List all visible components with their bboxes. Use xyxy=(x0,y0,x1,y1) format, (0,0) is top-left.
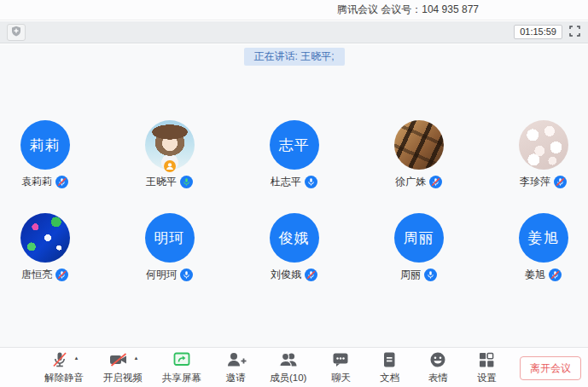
avatar-initials: 周丽 xyxy=(404,228,434,248)
participant-tile[interactable]: 俊娥 刘俊娥 xyxy=(255,213,334,282)
tool-label: 成员(10) xyxy=(270,372,306,384)
stage: 正在讲话: 王晓平; 莉莉 袁莉莉 xyxy=(0,44,588,347)
tool-label: 开启视频 xyxy=(103,372,143,384)
emoji-button[interactable]: 表情 xyxy=(423,352,452,384)
participant-name: 姜旭 xyxy=(525,268,545,282)
document-icon xyxy=(379,349,399,373)
tool-label: 共享屏幕 xyxy=(162,372,201,384)
mic-muted-icon xyxy=(55,176,68,188)
unmute-button[interactable]: ▲ 解除静音 xyxy=(44,352,84,384)
participant-name: 袁莉莉 xyxy=(21,175,52,189)
avatar-initials: 姜旭 xyxy=(528,228,559,248)
mic-muted-icon xyxy=(55,269,68,281)
participant-row-2: 唐恒亮 明珂 何明珂 xyxy=(0,213,588,282)
avatar: 周丽 xyxy=(394,213,444,263)
avatar-initials: 俊娥 xyxy=(279,228,310,248)
video-options-caret[interactable]: ▲ xyxy=(134,355,139,361)
mic-muted-icon xyxy=(429,176,442,188)
invite-button[interactable]: 邀请 xyxy=(221,352,250,384)
participant-tile[interactable]: 姜旭 姜旭 xyxy=(504,213,583,282)
mic-muted-icon xyxy=(549,269,562,281)
participant-name: 徐广姝 xyxy=(395,175,426,189)
avatar: 俊娥 xyxy=(270,213,319,263)
meeting-window: 腾讯会议 会议号：104 935 877 01:15:59 正在讲话: 王晓平; xyxy=(0,0,588,387)
invite-person-icon xyxy=(224,349,247,373)
participant-name: 刘俊娥 xyxy=(271,268,301,282)
mic-options-caret[interactable]: ▲ xyxy=(74,355,79,361)
documents-button[interactable]: 文档 xyxy=(375,352,404,384)
avatar: 志平 xyxy=(270,120,319,170)
participant-tile[interactable]: 莉莉 袁莉莉 xyxy=(6,120,84,189)
mic-on-icon xyxy=(180,269,193,281)
security-shield-button[interactable] xyxy=(7,24,26,41)
participant-tile[interactable]: 唐恒亮 xyxy=(6,213,84,282)
bottom-toolbar: ▲ 解除静音 ▲ 开启视频 共享屏幕 xyxy=(0,347,588,387)
participant-name: 杜志平 xyxy=(271,175,301,189)
participant-tile[interactable]: 王晓平 xyxy=(131,120,209,189)
meeting-timer: 01:15:59 xyxy=(514,25,562,39)
avatar-initials: 莉莉 xyxy=(30,136,61,155)
avatar: 姜旭 xyxy=(519,213,568,263)
leave-meeting-button[interactable]: 离开会议 xyxy=(520,356,581,380)
fullscreen-button[interactable] xyxy=(568,24,581,41)
start-video-button[interactable]: ▲ 开启视频 xyxy=(103,352,143,384)
participant-tile[interactable]: 志平 杜志平 xyxy=(255,120,334,189)
participant-name: 唐恒亮 xyxy=(21,268,52,282)
speaking-banner: 正在讲话: 王晓平; xyxy=(243,48,344,66)
mic-muted-icon xyxy=(554,176,567,188)
chat-icon xyxy=(330,349,351,373)
avatar-initials: 明珂 xyxy=(154,228,185,248)
tool-label: 设置 xyxy=(477,372,497,384)
participant-name: 王晓平 xyxy=(146,175,177,189)
fullscreen-icon xyxy=(569,25,580,40)
settings-button[interactable]: 设置 xyxy=(472,352,501,384)
mic-on-icon xyxy=(305,176,317,188)
members-button[interactable]: 成员(10) xyxy=(270,352,306,384)
participant-tile[interactable]: 李珍萍 xyxy=(504,120,583,189)
statusbar: 01:15:59 xyxy=(0,21,588,43)
avatar: 莉莉 xyxy=(20,120,70,170)
share-screen-button[interactable]: 共享屏幕 xyxy=(162,352,201,384)
tool-label: 文档 xyxy=(380,372,399,384)
tool-label: 聊天 xyxy=(331,372,351,384)
tool-label: 表情 xyxy=(428,372,448,384)
avatar-photo xyxy=(145,120,195,170)
settings-icon xyxy=(476,349,497,373)
tool-label: 解除静音 xyxy=(44,372,84,384)
meeting-title: 腾讯会议 会议号：104 935 877 xyxy=(337,3,479,17)
mic-muted-icon xyxy=(305,269,317,281)
mic-speaking-icon xyxy=(180,176,193,188)
participant-name: 李珍萍 xyxy=(520,175,550,189)
participant-name: 何明珂 xyxy=(146,268,177,282)
share-screen-icon xyxy=(172,349,192,373)
mic-off-icon xyxy=(49,349,70,373)
participant-row-1: 莉莉 袁莉莉 王晓 xyxy=(0,120,588,189)
camera-off-icon xyxy=(108,349,130,373)
emoji-icon xyxy=(428,349,448,373)
mic-on-icon xyxy=(424,269,437,281)
tool-label: 邀请 xyxy=(226,372,246,384)
shield-plus-icon xyxy=(11,25,21,40)
participant-tile[interactable]: 明珂 何明珂 xyxy=(131,213,209,282)
avatar-photo xyxy=(20,213,70,263)
avatar: 明珂 xyxy=(145,213,195,263)
participant-tile[interactable]: 周丽 周丽 xyxy=(380,213,458,282)
members-icon xyxy=(277,349,300,373)
avatar-photo xyxy=(519,120,568,170)
chat-button[interactable]: 聊天 xyxy=(326,352,355,384)
titlebar: 腾讯会议 会议号：104 935 877 xyxy=(0,0,588,20)
participant-name: 周丽 xyxy=(400,268,421,282)
participant-tile[interactable]: 徐广姝 xyxy=(380,120,458,189)
host-badge-icon xyxy=(164,160,176,172)
participant-grid: 莉莉 袁莉莉 王晓 xyxy=(0,120,588,282)
avatar-photo xyxy=(394,120,444,170)
avatar-initials: 志平 xyxy=(279,136,310,155)
